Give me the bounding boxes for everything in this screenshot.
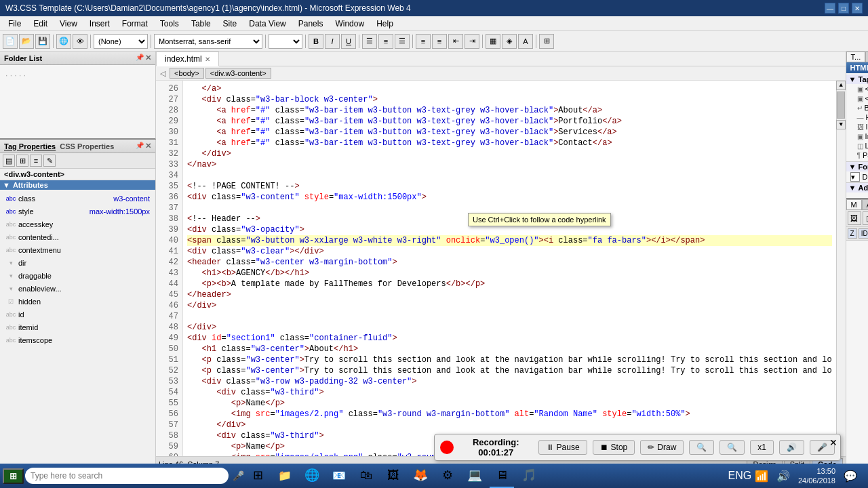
- taskbar-clock[interactable]: 13:5024/06/2018: [795, 466, 838, 472]
- tab-close-icon[interactable]: ✕: [205, 56, 210, 63]
- publish-button[interactable]: 🌐: [56, 34, 71, 49]
- taskbar-settings[interactable]: ⚙: [435, 464, 460, 472]
- list-unordered-button[interactable]: ≡: [432, 34, 447, 49]
- menu-format[interactable]: Format: [117, 18, 153, 30]
- attr-class[interactable]: abc class w3-content: [3, 192, 153, 205]
- attr-btn-4[interactable]: ✎: [43, 155, 56, 167]
- misc-button[interactable]: ◈: [502, 34, 517, 49]
- taskbar-app-11[interactable]: 🎵: [517, 464, 541, 472]
- attr-enableview[interactable]: ▾ enableview...: [3, 283, 153, 296]
- attr-btn-3[interactable]: ≡: [30, 155, 42, 167]
- subtab-z[interactable]: Z: [848, 228, 857, 239]
- new-button[interactable]: 📄: [3, 34, 18, 49]
- form-controls-header[interactable]: ▼ Form Controls: [846, 162, 868, 171]
- code-content[interactable]: </a> <div class="w3-bar-block w3-center"…: [183, 81, 836, 456]
- attr-draggable[interactable]: ▾ draggable: [3, 270, 153, 283]
- align-right-button[interactable]: ☰: [395, 34, 410, 49]
- tag-break[interactable]: ↵ Break: [846, 103, 868, 113]
- audio-button[interactable]: 🔊: [779, 440, 804, 455]
- tag-iframe[interactable]: ▣ Inline Frame: [846, 131, 868, 141]
- attr-style[interactable]: abc style max-width:1500px: [3, 205, 153, 218]
- tag-properties-tab[interactable]: Tag Properties: [4, 142, 56, 150]
- attr-btn-1[interactable]: ▤: [3, 155, 15, 167]
- taskbar-firefox[interactable]: 🦊: [408, 464, 433, 472]
- zoom-in-button[interactable]: 🔍: [689, 440, 714, 455]
- folder-list-close[interactable]: ✕: [145, 54, 151, 62]
- vertical-scrollbar[interactable]: ▲ ▼: [836, 81, 846, 456]
- pause-button[interactable]: ⏸ Pause: [538, 440, 587, 455]
- font-dropdown[interactable]: Montserrat, sans-serif: [154, 34, 262, 49]
- taskbar-task-view[interactable]: ⊞: [245, 464, 270, 472]
- tags-header[interactable]: ▼ Tags: [846, 75, 868, 84]
- more-button[interactable]: ⊞: [539, 34, 554, 49]
- align-left-button[interactable]: ☰: [362, 34, 377, 49]
- style-dropdown[interactable]: (None): [94, 34, 148, 49]
- text-color-button[interactable]: A: [518, 34, 533, 49]
- menu-dataview[interactable]: Data View: [243, 18, 291, 30]
- draw-button[interactable]: ✏ Draw: [640, 440, 684, 455]
- taskbar-notification-icon[interactable]: 💬: [841, 466, 860, 472]
- breadcrumb-body[interactable]: <body>: [170, 68, 204, 79]
- taskbar-language-icon[interactable]: ENG: [730, 466, 749, 472]
- attr-btn-2[interactable]: ⊞: [16, 155, 28, 167]
- tag-paragraph[interactable]: ¶ Paragraph: [846, 150, 868, 160]
- attr-accesskey[interactable]: abc accesskey: [3, 218, 153, 231]
- scroll-thumb[interactable]: [837, 92, 845, 119]
- tag-horizontal[interactable]: — Horizontal ...: [846, 113, 868, 122]
- snippets-panel-tab[interactable]: Sni...: [865, 52, 868, 62]
- save-button[interactable]: 💾: [35, 34, 50, 49]
- menu-insert[interactable]: Insert: [84, 18, 115, 30]
- taskbar-network-icon[interactable]: 📶: [752, 466, 771, 472]
- italic-button[interactable]: I: [325, 34, 340, 49]
- close-button[interactable]: ✕: [852, 3, 863, 14]
- tag-span[interactable]: ▣ <span>: [846, 94, 868, 103]
- tags-panel-tab[interactable]: T...: [846, 52, 866, 62]
- taskbar-volume-icon[interactable]: 🔊: [774, 466, 793, 472]
- taskbar-edge[interactable]: 🌐: [300, 464, 324, 472]
- open-button[interactable]: 📂: [19, 34, 34, 49]
- align-center-button[interactable]: ≡: [378, 34, 393, 49]
- properties-close[interactable]: ✕: [145, 142, 151, 150]
- menu-file[interactable]: File: [3, 18, 26, 30]
- bold-button[interactable]: B: [309, 34, 323, 49]
- taskbar-photos[interactable]: 🖼: [381, 464, 406, 472]
- tag-layer[interactable]: ◫ Layer: [846, 141, 868, 150]
- taskbar-mail[interactable]: 📧: [327, 464, 351, 472]
- properties-pin[interactable]: 📌: [136, 142, 144, 150]
- taskbar-app-10[interactable]: 🖥: [490, 464, 514, 472]
- menu-panels[interactable]: Panels: [293, 18, 329, 30]
- menu-view[interactable]: View: [54, 18, 83, 30]
- start-button[interactable]: ⊞: [3, 468, 24, 472]
- menu-tools[interactable]: Tools: [155, 18, 184, 30]
- menu-edit[interactable]: Edit: [28, 18, 53, 30]
- media-btn-1[interactable]: 🖼: [848, 211, 861, 225]
- recording-close[interactable]: ✕: [829, 437, 837, 448]
- maximize-button[interactable]: □: [838, 3, 849, 14]
- tab-index-html[interactable]: index.html ✕: [156, 52, 219, 66]
- table-button[interactable]: ▦: [486, 34, 500, 49]
- attr-itemid[interactable]: abc itemid: [3, 321, 153, 334]
- scroll-down[interactable]: ▼: [836, 120, 846, 129]
- attributes-header[interactable]: ▼ Attributes: [0, 180, 155, 190]
- minimize-button[interactable]: —: [825, 3, 835, 14]
- magnify-button[interactable]: x1: [750, 440, 774, 455]
- search-input[interactable]: [25, 468, 229, 472]
- attr-contenteditable[interactable]: abc contentedi...: [3, 231, 153, 244]
- media-btn-2[interactable]: ◫: [863, 211, 868, 225]
- panel-tab-m[interactable]: M: [846, 199, 862, 209]
- zoom-out-button[interactable]: 🔍: [719, 440, 745, 455]
- taskbar-app-9[interactable]: 💻: [462, 464, 487, 472]
- taskbar-store[interactable]: 🛍: [354, 464, 378, 472]
- size-dropdown[interactable]: [269, 34, 302, 49]
- outdent-button[interactable]: ⇤: [448, 34, 463, 49]
- menu-table[interactable]: Table: [186, 18, 216, 30]
- attr-id[interactable]: abc id: [3, 308, 153, 321]
- attr-hidden[interactable]: ☑ hidden: [3, 296, 153, 308]
- advanced-header[interactable]: ▼ Advanced: [846, 183, 868, 192]
- preview-button[interactable]: 👁: [73, 34, 87, 49]
- tag-div[interactable]: ▣ <div>: [846, 84, 868, 94]
- panel-tab-a[interactable]: A...: [862, 199, 868, 209]
- scroll-up[interactable]: ▲: [836, 81, 846, 90]
- taskbar-file-explorer[interactable]: 📁: [273, 464, 297, 472]
- list-ordered-button[interactable]: ≡: [416, 34, 431, 49]
